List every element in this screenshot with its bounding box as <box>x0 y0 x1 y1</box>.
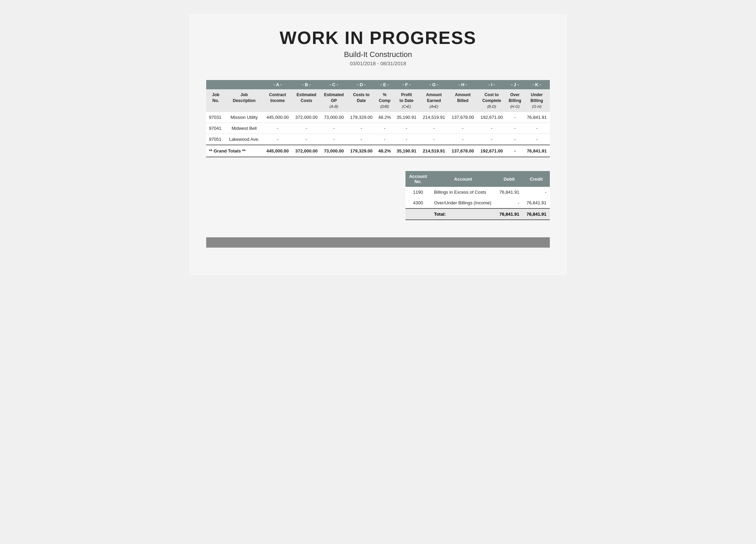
total-costs-to-date: 179,329.00 <box>347 145 376 157</box>
est-gp: 73,000.00 <box>321 112 347 123</box>
over-billing: - <box>506 112 524 123</box>
cost-to-complete: - <box>477 123 506 134</box>
acc-total-blank1 <box>405 208 431 220</box>
pct-comp: - <box>376 134 393 145</box>
amount-billed: - <box>448 134 477 145</box>
profit-to-date: - <box>393 134 420 145</box>
col-blank-1 <box>206 80 225 89</box>
table-row: 97031 Mission Utility 445,000.00 372,000… <box>206 112 550 123</box>
profit-to-date: - <box>393 123 420 134</box>
costs-to-date: - <box>347 134 376 145</box>
col-label-row: JobNo. JobDescription ContractIncome Est… <box>206 89 550 112</box>
acc-total-label: Total: <box>431 208 496 220</box>
col-profit-to-date-label: Profitto Date(C•E) <box>393 89 420 112</box>
account-table: AccountNo. Account Debit Credit 1190 Bil… <box>405 171 550 220</box>
totals-label: ** Grand Totals ** <box>206 145 263 157</box>
account-header-row: AccountNo. Account Debit Credit <box>405 171 550 187</box>
total-amount-earned: 214,519.91 <box>420 145 448 157</box>
col-h-header: - H - <box>448 80 477 89</box>
pct-comp: - <box>376 123 393 134</box>
col-est-costs-label: EstimatedCosts <box>292 89 321 112</box>
col-k-header: - K - <box>524 80 550 89</box>
account-total-row: Total: 76,841.91 76,841.91 <box>405 208 550 220</box>
footer-bar <box>206 237 550 248</box>
total-under-billing: 76,841.91 <box>524 145 550 157</box>
acc-debit: - <box>496 197 523 208</box>
col-j-header: - J - <box>506 80 524 89</box>
contract-income: - <box>263 134 292 145</box>
table-row: 97051 Lakewood Ave. - - - - - - - - - - … <box>206 134 550 145</box>
over-billing: - <box>506 134 524 145</box>
acc-total-credit: 76,841.91 <box>523 208 550 220</box>
col-costs-to-date-label: Costs toDate <box>347 89 376 112</box>
date-range: 03/01/2018 - 08/31/2018 <box>206 60 550 66</box>
totals-row: ** Grand Totals ** 445,000.00 372,000.00… <box>206 145 550 157</box>
total-pct-comp: 48.2% <box>376 145 393 157</box>
amount-earned: 214,519.91 <box>420 112 448 123</box>
total-profit-to-date: 35,190.91 <box>393 145 420 157</box>
col-e-header: - E - <box>376 80 393 89</box>
col-blank-2 <box>225 80 263 89</box>
col-under-billing-label: UnderBilling(G-H) <box>524 89 550 112</box>
acc-name-header: Account <box>431 171 496 187</box>
total-est-gp: 73,000.00 <box>321 145 347 157</box>
page: WORK IN PROGRESS Build-It Construction 0… <box>189 14 567 275</box>
account-section: AccountNo. Account Debit Credit 1190 Bil… <box>206 171 550 220</box>
col-amount-billed-label: AmountBilled <box>448 89 477 112</box>
pct-comp: 48.2% <box>376 112 393 123</box>
col-i-header: - I - <box>477 80 506 89</box>
col-d-header: - D - <box>347 80 376 89</box>
col-pct-comp-label: %Comp(D/B) <box>376 89 393 112</box>
col-f-header: - F - <box>393 80 420 89</box>
under-billing: - <box>524 123 550 134</box>
acc-total-debit: 76,841.91 <box>496 208 523 220</box>
col-a-header: - A - <box>263 80 292 89</box>
costs-to-date: 179,329.00 <box>347 112 376 123</box>
account-row: 4300 Over/Under Billings (Income) - 76,8… <box>405 197 550 208</box>
cost-to-complete: 192,671.00 <box>477 112 506 123</box>
acc-credit-header: Credit <box>523 171 550 187</box>
col-b-header: - B - <box>292 80 321 89</box>
costs-to-date: - <box>347 123 376 134</box>
acc-credit: 76,841.91 <box>523 197 550 208</box>
acc-name: Billings in Excess of Costs <box>431 187 496 197</box>
report-header: WORK IN PROGRESS Build-It Construction 0… <box>206 27 550 66</box>
col-over-billing-label: OverBilling(H-G) <box>506 89 524 112</box>
acc-credit: - <box>523 187 550 197</box>
col-amount-earned-label: AmountEarned(A•E) <box>420 89 448 112</box>
acc-name: Over/Under Billings (Income) <box>431 197 496 208</box>
est-costs: - <box>292 134 321 145</box>
col-c-header: - C - <box>321 80 347 89</box>
est-gp: - <box>321 123 347 134</box>
col-est-gp-label: EstimatedGP(A-B) <box>321 89 347 112</box>
job-desc: Lakewood Ave. <box>225 134 263 145</box>
est-costs: 372,000.00 <box>292 112 321 123</box>
total-est-costs: 372,000.00 <box>292 145 321 157</box>
col-g-header: - G - <box>420 80 448 89</box>
acc-no-header: AccountNo. <box>405 171 431 187</box>
amount-billed: 137,678.00 <box>448 112 477 123</box>
job-no: 97051 <box>206 134 225 145</box>
col-contract-income-label: ContractIncome <box>263 89 292 112</box>
under-billing: - <box>524 134 550 145</box>
acc-no: 4300 <box>405 197 431 208</box>
acc-debit-header: Debit <box>496 171 523 187</box>
col-job-no-label: JobNo. <box>206 89 225 112</box>
over-billing: - <box>506 123 524 134</box>
cost-to-complete: - <box>477 134 506 145</box>
col-letter-header-row: - A - - B - - C - - D - - E - - F - - G … <box>206 80 550 89</box>
acc-debit: 76,841.91 <box>496 187 523 197</box>
amount-earned: - <box>420 134 448 145</box>
contract-income: - <box>263 123 292 134</box>
est-gp: - <box>321 134 347 145</box>
col-cost-to-complete-label: Cost toComplete(B-D) <box>477 89 506 112</box>
total-over-billing: - <box>506 145 524 157</box>
job-desc: Midwest Bell <box>225 123 263 134</box>
amount-earned: - <box>420 123 448 134</box>
job-desc: Mission Utility <box>225 112 263 123</box>
profit-to-date: 35,190.91 <box>393 112 420 123</box>
wip-table: - A - - B - - C - - D - - E - - F - - G … <box>206 80 550 157</box>
job-no: 97031 <box>206 112 225 123</box>
job-no: 97041 <box>206 123 225 134</box>
account-row: 1190 Billings in Excess of Costs 76,841.… <box>405 187 550 197</box>
